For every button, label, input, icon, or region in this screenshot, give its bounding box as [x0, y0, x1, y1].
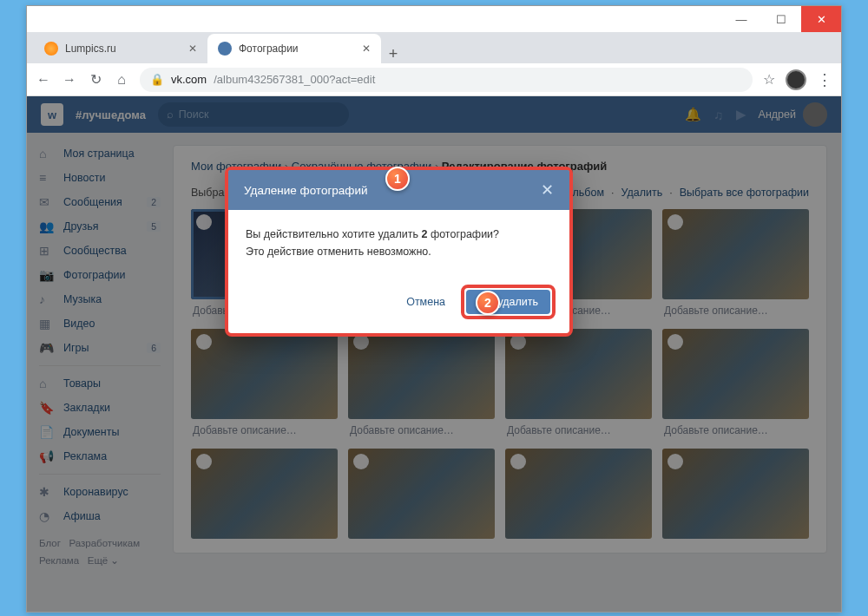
close-tab-icon[interactable]: ✕: [188, 43, 197, 55]
sidebar-item-groups[interactable]: ⊞Сообщества: [27, 239, 173, 263]
vk-user-menu[interactable]: Андрей: [759, 102, 827, 127]
sidebar-item-label: Игры: [63, 342, 89, 354]
clock-icon: ◔: [39, 509, 55, 523]
sidebar-item-covid[interactable]: ✱Коронавирус: [27, 480, 173, 504]
photo-card[interactable]: [348, 449, 495, 539]
check-icon[interactable]: [667, 454, 683, 469]
minimize-button[interactable]: —: [721, 6, 761, 32]
vk-avatar: [803, 102, 827, 127]
sidebar-item-label: Коронавирус: [63, 486, 128, 498]
photo-caption[interactable]: Добавьте описание…: [191, 419, 338, 438]
tab-lumpics[interactable]: Lumpics.ru ✕: [34, 34, 207, 63]
cancel-button[interactable]: Отмена: [396, 290, 456, 314]
photo-caption[interactable]: Добавьте описание…: [505, 419, 652, 438]
messages-icon: ✉: [39, 195, 55, 209]
doc-icon: 📄: [39, 425, 55, 439]
sidebar-item-games[interactable]: 🎮Игры6: [27, 336, 173, 360]
close-icon[interactable]: ✕: [541, 180, 554, 200]
check-icon[interactable]: [667, 214, 683, 230]
sidebar-item-music[interactable]: ♪Музыка: [27, 287, 173, 311]
note-icon: ♪: [39, 292, 55, 306]
sidebar-item-ads[interactable]: 📢Реклама: [27, 444, 173, 469]
photo-card[interactable]: [505, 449, 652, 539]
photo-caption[interactable]: Добавьте описание…: [662, 299, 809, 318]
check-icon[interactable]: [667, 334, 683, 350]
vk-logo[interactable]: w: [41, 103, 63, 126]
close-window-button[interactable]: ✕: [801, 6, 841, 32]
separator: [39, 365, 161, 366]
new-tab-button[interactable]: +: [381, 45, 405, 63]
sidebar-item-events[interactable]: ◔Афиша: [27, 504, 173, 528]
bell-icon[interactable]: 🔔: [685, 107, 701, 122]
photo-card[interactable]: Добавьте описание…: [191, 329, 338, 438]
home-button[interactable]: ⌂: [114, 72, 129, 88]
delete-photos-dialog: Удаление фотографий ✕ Вы действительно х…: [225, 167, 573, 337]
groups-icon: ⊞: [39, 244, 55, 258]
sidebar-item-label: Новости: [63, 172, 105, 184]
forward-button[interactable]: →: [62, 72, 77, 88]
sidebar-item-market[interactable]: ⌂Товары: [27, 371, 173, 396]
sidebar-item-label: Сообщения: [63, 196, 122, 208]
bookmark-star-icon[interactable]: ☆: [763, 71, 775, 88]
sidebar-item-label: Видео: [63, 318, 95, 330]
sidebar-item-docs[interactable]: 📄Документы: [27, 420, 173, 444]
photo-card[interactable]: [191, 449, 338, 539]
sidebar-item-label: Афиша: [63, 510, 101, 522]
lock-icon: 🔒: [150, 73, 164, 86]
url-input[interactable]: 🔒 vk.com/album432567381_000?act=edit: [140, 68, 753, 92]
bag-icon: ⌂: [39, 377, 55, 390]
photo-card[interactable]: [662, 449, 809, 539]
sidebar-item-messages[interactable]: ✉Сообщения2: [27, 190, 173, 214]
music-icon[interactable]: ♫: [713, 108, 723, 122]
footer-link[interactable]: Реклама: [39, 555, 79, 566]
megaphone-icon: 📢: [39, 449, 55, 463]
camera-icon: 📷: [39, 268, 55, 282]
gamepad-icon: 🎮: [39, 341, 55, 355]
reload-button[interactable]: ↻: [88, 71, 103, 88]
back-button[interactable]: ←: [36, 72, 51, 88]
sidebar-item-label: Друзья: [63, 220, 99, 233]
vk-search-input[interactable]: ⌕ Поиск: [158, 102, 349, 127]
sidebar-item-label: Фотографии: [63, 269, 125, 281]
photo-card[interactable]: Добавьте описание…: [662, 209, 809, 318]
sidebar-item-my-page[interactable]: ⌂Моя страница: [27, 141, 173, 166]
photo-card[interactable]: Добавьте описание…: [505, 329, 652, 438]
check-icon[interactable]: [196, 214, 212, 230]
check-icon[interactable]: [510, 454, 526, 469]
sidebar-item-news[interactable]: ≡Новости: [27, 166, 173, 190]
dialog-text: фотографии?: [427, 228, 499, 240]
maximize-button[interactable]: ☐: [761, 6, 801, 32]
close-tab-icon[interactable]: ✕: [362, 43, 371, 55]
separator: [39, 474, 161, 475]
virus-icon: ✱: [39, 485, 55, 499]
sidebar-item-photos[interactable]: 📷Фотографии: [27, 263, 173, 287]
footer-link[interactable]: Ещё ⌄: [88, 555, 120, 566]
dialog-text: Вы действительно хотите удалить: [246, 228, 421, 240]
sidebar-item-video[interactable]: ▦Видео: [27, 311, 173, 336]
window-titlebar: — ☐ ✕: [27, 6, 841, 32]
play-icon[interactable]: ▶: [736, 107, 746, 122]
photo-card[interactable]: Добавьте описание…: [662, 329, 809, 438]
check-icon[interactable]: [196, 454, 212, 469]
browser-menu-icon[interactable]: ⋮: [817, 70, 832, 89]
vk-sidebar: ⌂Моя страница ≡Новости ✉Сообщения2 👥Друз…: [27, 133, 173, 612]
photo-card[interactable]: Добавьте описание…: [348, 329, 495, 438]
tab-vk-photos[interactable]: Фотографии ✕: [207, 34, 381, 63]
footer-link[interactable]: Разработчикам: [69, 538, 140, 548]
footer-link[interactable]: Блог: [39, 538, 61, 548]
news-icon: ≡: [39, 171, 55, 185]
delete-link[interactable]: Удалить: [621, 187, 663, 199]
photo-caption[interactable]: Добавьте описание…: [662, 419, 809, 438]
search-placeholder: Поиск: [179, 108, 209, 121]
sidebar-item-bookmarks[interactable]: 🔖Закладки: [27, 396, 173, 420]
sidebar-item-friends[interactable]: 👥Друзья5: [27, 214, 173, 239]
dot-separator: ·: [669, 187, 672, 199]
badge: 6: [147, 343, 161, 353]
photo-caption[interactable]: Добавьте описание…: [348, 419, 495, 438]
vk-hashtag[interactable]: #лучшедома: [76, 108, 146, 121]
sidebar-item-label: Документы: [63, 426, 119, 438]
select-all-link[interactable]: Выбрать все фотографии: [680, 187, 809, 199]
check-icon[interactable]: [353, 454, 369, 469]
profile-avatar[interactable]: [786, 69, 806, 90]
check-icon[interactable]: [196, 334, 212, 350]
